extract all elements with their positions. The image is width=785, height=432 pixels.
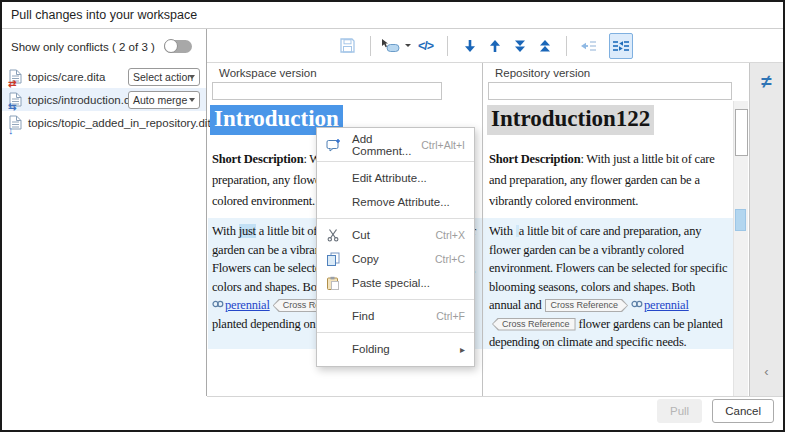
menu-item-cut[interactable]: Cut Ctrl+X (317, 223, 474, 247)
perennial-link[interactable]: perennial (631, 298, 689, 312)
dialog-title: Pull changes into your workspace (2, 2, 783, 29)
menu-item-edit-attribute[interactable]: Edit Attribute... (317, 166, 474, 190)
repository-path-field[interactable] (488, 82, 732, 100)
chevron-down-icon (189, 98, 195, 102)
file-name: topics/topic_added_in_repository.dita (28, 117, 217, 129)
merge-toolbar: </> (207, 29, 783, 63)
menu-separator (317, 299, 474, 300)
dialog-footer: Pull Cancel (657, 399, 774, 423)
menu-separator (317, 218, 474, 219)
link-icon (631, 300, 643, 308)
cross-reference-start-tag[interactable]: Cross Reference (545, 299, 629, 312)
first-difference-icon[interactable] (537, 35, 553, 57)
file-name: topics/introduction.dita (28, 94, 142, 106)
file-name: topics/care.dita (28, 71, 105, 83)
chevron-down-icon (189, 75, 195, 79)
repository-changed-paragraph: With a little bit of care and preparatio… (483, 218, 733, 349)
copy-icon (325, 251, 341, 267)
menu-item-paste-special[interactable]: Paste special... (317, 271, 474, 295)
link-icon (212, 300, 224, 308)
perennial-link[interactable]: perennial (212, 298, 270, 312)
toolbar-separator (566, 36, 567, 56)
added-in-repository-file-icon: ↓ (9, 115, 22, 130)
menu-item-folding[interactable]: Folding ▸ (317, 337, 474, 361)
add-comment-icon (325, 137, 341, 153)
menu-separator (317, 332, 474, 333)
menu-item-copy[interactable]: Copy Ctrl+C (317, 247, 474, 271)
menu-item-remove-attribute[interactable]: Remove Attribute... (317, 190, 474, 214)
last-difference-icon[interactable] (512, 35, 528, 57)
toolbar-separator (447, 36, 448, 56)
pull-button[interactable]: Pull (657, 399, 702, 423)
pull-changes-dialog: Pull changes into your workspace Show on… (0, 0, 785, 432)
cancel-button[interactable]: Cancel (712, 399, 774, 423)
conflict-filter-row: Show only conflicts ( 2 of 3 ) (11, 40, 192, 53)
show-only-conflicts-toggle[interactable] (164, 40, 192, 53)
workspace-version-label: Workspace version (219, 67, 317, 79)
conflict-filter-label: Show only conflicts ( 2 of 3 ) (11, 41, 155, 53)
chevron-down-icon (405, 44, 411, 47)
file-row-care[interactable]: ⇄ topics/care.dita Select action (2, 65, 206, 88)
conflict-file-icon: ⇄ (9, 69, 22, 84)
collapse-chevron-icon[interactable]: ‹ (750, 364, 783, 379)
repository-short-description: Short Description: With just a little bi… (489, 149, 729, 212)
submenu-arrow-icon: ▸ (460, 344, 465, 355)
file-row-introduction[interactable]: ⇆ topics/introduction.dita Auto merge (2, 88, 206, 111)
not-equal-indicator: ≠ (750, 71, 783, 93)
diff-overview-strip: ≠ ‹ (749, 63, 783, 396)
file-action-select[interactable]: Select action (128, 68, 200, 86)
cross-reference-end-tag[interactable]: Cross Reference (492, 318, 576, 331)
file-action-select[interactable]: Auto merge (128, 91, 200, 109)
change-overview-marker[interactable] (735, 209, 746, 231)
scrollbar-thumb[interactable] (735, 109, 748, 156)
previous-difference-icon[interactable] (487, 35, 503, 57)
repository-version-label: Repository version (495, 67, 590, 79)
synchronized-views-icon[interactable] (609, 33, 633, 59)
file-list-sidebar: Show only conflicts ( 2 of 3 ) ⇄ topics/… (2, 29, 207, 396)
auto-merge-file-icon: ⇆ (9, 92, 22, 107)
transfer-change-icon[interactable] (580, 35, 598, 57)
file-row-topic-added[interactable]: ↓ topics/topic_added_in_repository.dita (2, 111, 206, 134)
editor-bottom-border (207, 396, 783, 397)
save-icon[interactable] (339, 35, 356, 57)
cut-icon (325, 227, 341, 243)
paste-icon (325, 275, 341, 291)
toolbar-separator (370, 36, 371, 56)
menu-item-add-comment[interactable]: Add Comment... Ctrl+Alt+I (317, 133, 474, 157)
source-view-icon[interactable]: </> (418, 35, 433, 57)
tags-display-mode-icon[interactable] (381, 35, 411, 57)
toggle-knob-icon (164, 39, 178, 53)
repository-document-heading: Introduction122 (487, 105, 654, 135)
editor-context-menu: Add Comment... Ctrl+Alt+I Edit Attribute… (316, 127, 475, 367)
menu-item-find[interactable]: Find Ctrl+F (317, 304, 474, 328)
menu-separator (317, 161, 474, 162)
repository-pane-scrollbar[interactable] (733, 101, 748, 396)
workspace-path-field[interactable] (212, 82, 442, 100)
next-difference-icon[interactable] (462, 35, 478, 57)
